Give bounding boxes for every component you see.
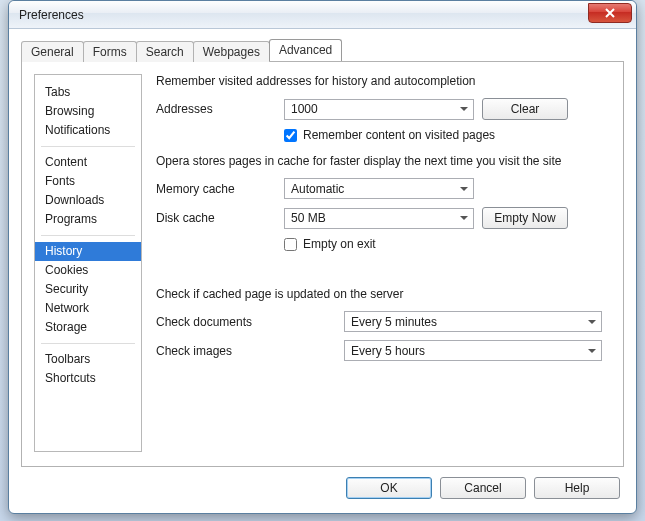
sidebar-item-content[interactable]: Content (35, 153, 141, 172)
memory-cache-select[interactable]: Automatic (284, 178, 474, 199)
empty-on-exit-input[interactable] (284, 238, 297, 251)
titlebar: Preferences (9, 1, 636, 29)
check-documents-value: Every 5 minutes (351, 315, 437, 329)
disk-cache-select[interactable]: 50 MB (284, 208, 474, 229)
disk-cache-value: 50 MB (291, 211, 326, 225)
tabpanel-advanced: Tabs Browsing Notifications Content Font… (21, 61, 624, 467)
memory-cache-label: Memory cache (156, 182, 276, 196)
remember-content-label: Remember content on visited pages (303, 128, 495, 142)
window-title: Preferences (19, 8, 84, 22)
check-documents-label: Check documents (156, 315, 336, 329)
update-heading: Check if cached page is updated on the s… (156, 287, 609, 301)
sidebar-item-security[interactable]: Security (35, 280, 141, 299)
empty-on-exit-label: Empty on exit (303, 237, 376, 251)
cache-heading: Opera stores pages in cache for faster d… (156, 154, 609, 168)
close-button[interactable] (588, 3, 632, 23)
sidebar-item-notifications[interactable]: Notifications (35, 121, 141, 140)
content-area: General Forms Search Webpages Advanced T… (9, 29, 636, 513)
help-button[interactable]: Help (534, 477, 620, 499)
addresses-select[interactable]: 1000 (284, 99, 474, 120)
ok-button[interactable]: OK (346, 477, 432, 499)
cancel-button[interactable]: Cancel (440, 477, 526, 499)
tabstrip: General Forms Search Webpages Advanced (21, 39, 624, 61)
sidebar-item-toolbars[interactable]: Toolbars (35, 350, 141, 369)
preferences-window: Preferences General Forms Search Webpage… (8, 0, 637, 514)
check-images-label: Check images (156, 344, 336, 358)
sidebar-item-history[interactable]: History (35, 242, 141, 261)
remember-content-input[interactable] (284, 129, 297, 142)
disk-cache-label: Disk cache (156, 211, 276, 225)
empty-on-exit-checkbox[interactable]: Empty on exit (284, 237, 376, 251)
tab-general[interactable]: General (21, 41, 84, 62)
tab-forms[interactable]: Forms (83, 41, 137, 62)
check-documents-select[interactable]: Every 5 minutes (344, 311, 602, 332)
sidebar-item-programs[interactable]: Programs (35, 210, 141, 229)
sidebar-item-shortcuts[interactable]: Shortcuts (35, 369, 141, 388)
tab-search[interactable]: Search (136, 41, 194, 62)
tab-advanced[interactable]: Advanced (269, 39, 342, 61)
memory-cache-value: Automatic (291, 182, 344, 196)
sidebar: Tabs Browsing Notifications Content Font… (34, 74, 142, 452)
settings-pane: Remember visited addresses for history a… (156, 74, 609, 452)
tab-webpages[interactable]: Webpages (193, 41, 270, 62)
history-heading: Remember visited addresses for history a… (156, 74, 609, 88)
sidebar-item-network[interactable]: Network (35, 299, 141, 318)
check-images-select[interactable]: Every 5 hours (344, 340, 602, 361)
sidebar-item-tabs[interactable]: Tabs (35, 83, 141, 102)
sidebar-item-storage[interactable]: Storage (35, 318, 141, 337)
sidebar-item-browsing[interactable]: Browsing (35, 102, 141, 121)
sidebar-item-downloads[interactable]: Downloads (35, 191, 141, 210)
sidebar-item-fonts[interactable]: Fonts (35, 172, 141, 191)
empty-now-button[interactable]: Empty Now (482, 207, 568, 229)
remember-content-checkbox[interactable]: Remember content on visited pages (284, 128, 495, 142)
dialog-footer: OK Cancel Help (21, 467, 624, 503)
clear-button[interactable]: Clear (482, 98, 568, 120)
close-icon (605, 8, 615, 18)
check-images-value: Every 5 hours (351, 344, 425, 358)
addresses-label: Addresses (156, 102, 276, 116)
sidebar-item-cookies[interactable]: Cookies (35, 261, 141, 280)
addresses-value: 1000 (291, 102, 318, 116)
